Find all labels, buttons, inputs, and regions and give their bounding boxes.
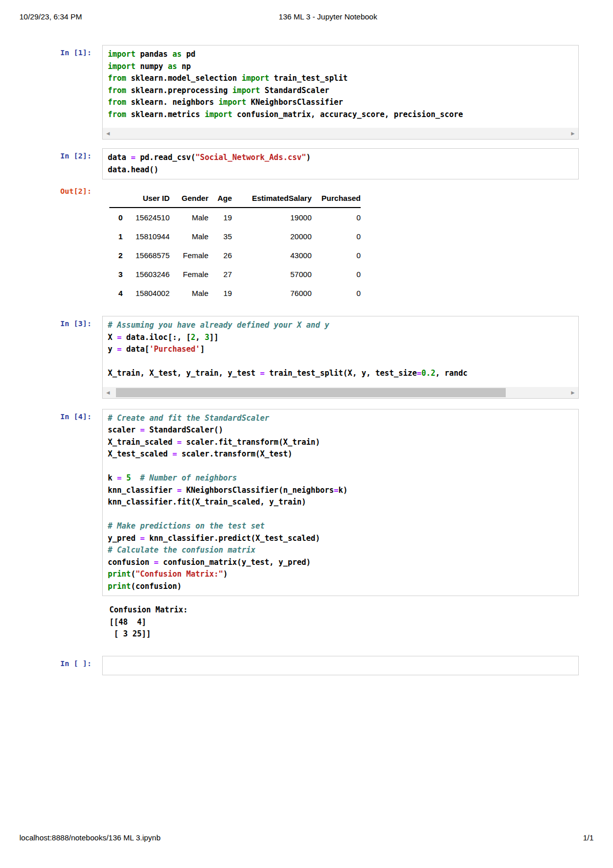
code-line: y = data['Purchased'] [108, 344, 573, 356]
code-line: # Calculate the confusion matrix [108, 544, 573, 557]
table-header-cell: Age [208, 191, 232, 208]
code-line: y_pred = knn_classifier.predict(X_test_s… [108, 533, 573, 545]
code-input-area[interactable]: # Create and fit the StandardScalerscale… [102, 409, 579, 597]
table-cell: 15624510 [123, 208, 170, 227]
scroll-left-arrow-icon[interactable]: ◀ [106, 387, 110, 398]
dataframe-table: User IDGenderAgeEstimatedSalaryPurchased… [109, 191, 361, 303]
table-header-cell: Gender [170, 191, 208, 208]
code-line: import pandas as pd [108, 49, 573, 61]
table-cell: 76000 [232, 284, 312, 303]
code-line: k = 5 # Number of neighbors [108, 472, 573, 485]
table-header-cell: EstimatedSalary [232, 191, 312, 208]
code-line: from sklearn.metrics import confusion_ma… [108, 109, 573, 121]
code-line: from sklearn.preprocessing import Standa… [108, 85, 573, 97]
scroll-right-arrow-icon[interactable]: ▶ [571, 128, 575, 139]
code-line: X = data.iloc[:, [2, 3]] [108, 332, 573, 344]
table-cell: 15804002 [123, 284, 170, 303]
cell-content: # Create and fit the StandardScalerscale… [102, 409, 579, 656]
code-line: # Make predictions on the test set [108, 520, 573, 533]
print-footer: localhost:8888/notebooks/136 ML 3.ipynb … [19, 833, 594, 842]
table-cell: 35 [208, 227, 232, 246]
input-prompt: In [1]: [60, 45, 102, 140]
cell-content: import pandas as pdimport numpy as npfro… [102, 45, 579, 140]
table-cell: 0 [312, 284, 361, 303]
scrollbar-thumb[interactable] [116, 388, 506, 397]
table-cell: Male [170, 208, 208, 227]
table-cell: 15810944 [123, 227, 170, 246]
table-cell: 26 [208, 246, 232, 265]
code-editor[interactable]: # Create and fit the StandardScalerscale… [103, 409, 578, 596]
table-cell: 19 [208, 208, 232, 227]
table-cell: 15603246 [123, 265, 170, 284]
output-prompt: Out[2]: [60, 184, 102, 303]
table-cell: 19 [208, 284, 232, 303]
code-cell: In [ ]: [60, 656, 579, 675]
table-cell: 15668575 [123, 246, 170, 265]
table-row: 215668575Female26430000 [109, 246, 361, 265]
table-cell: 0 [312, 246, 361, 265]
horizontal-scrollbar[interactable]: ◀▶ [103, 387, 578, 398]
table-row: 115810944Male35200000 [109, 227, 361, 246]
row-index-cell: 0 [109, 208, 123, 227]
scroll-right-arrow-icon[interactable]: ▶ [571, 387, 575, 398]
code-line [108, 461, 573, 473]
code-line [108, 509, 573, 521]
code-input-area[interactable]: import pandas as pdimport numpy as npfro… [102, 45, 579, 140]
cell-content: User IDGenderAgeEstimatedSalaryPurchased… [102, 184, 579, 303]
code-editor[interactable]: data = pd.read_csv("Social_Network_Ads.c… [103, 149, 578, 179]
table-header-row: User IDGenderAgeEstimatedSalaryPurchased [109, 191, 361, 208]
table-cell: 19000 [232, 208, 312, 227]
code-line: X_train, X_test, y_train, y_test = train… [108, 368, 573, 380]
footer-url: localhost:8888/notebooks/136 ML 3.ipynb [19, 833, 160, 842]
code-line [108, 356, 573, 368]
code-editor[interactable] [103, 656, 578, 675]
code-line: # Assuming you have already defined your… [108, 319, 573, 332]
code-line: import numpy as np [108, 61, 573, 73]
code-line: # Create and fit the StandardScaler [108, 413, 573, 425]
cell-content [102, 656, 579, 675]
output-cell: Out[2]:User IDGenderAgeEstimatedSalaryPu… [60, 184, 579, 303]
table-header-cell: User ID [123, 191, 170, 208]
code-input-area[interactable]: # Assuming you have already defined your… [102, 316, 579, 399]
code-line: knn_classifier = KNeighborsClassifier(n_… [108, 485, 573, 497]
table-cell: 27 [208, 265, 232, 284]
code-line: knn_classifier.fit(X_train_scaled, y_tra… [108, 496, 573, 509]
table-cell: 43000 [232, 246, 312, 265]
cell-content: data = pd.read_csv("Social_Network_Ads.c… [102, 148, 579, 179]
footer-page-number: 1/1 [583, 833, 594, 842]
table-cell: Female [170, 246, 208, 265]
row-index-cell: 4 [109, 284, 123, 303]
code-editor[interactable]: import pandas as pdimport numpy as npfro… [103, 45, 578, 124]
code-line: X_test_scaled = scaler.transform(X_test) [108, 448, 573, 461]
scroll-left-arrow-icon[interactable]: ◀ [106, 128, 110, 139]
horizontal-scrollbar[interactable]: ◀▶ [103, 128, 578, 139]
input-prompt: In [3]: [60, 316, 102, 399]
code-cell: In [1]:import pandas as pdimport numpy a… [60, 45, 579, 140]
table-cell: 20000 [232, 227, 312, 246]
code-line: from sklearn.model_selection import trai… [108, 73, 573, 85]
cell-output-text: Confusion Matrix: [[48 4] [ 3 25]] [109, 604, 579, 641]
code-input-area[interactable]: data = pd.read_csv("Social_Network_Ads.c… [102, 148, 579, 179]
code-input-area[interactable] [102, 656, 579, 675]
table-cell: Female [170, 265, 208, 284]
code-line: X_train_scaled = scaler.fit_transform(X_… [108, 437, 573, 449]
print-header: 10/29/23, 6:34 PM 136 ML 3 - Jupyter Not… [19, 12, 594, 22]
table-row: 415804002Male19760000 [109, 284, 361, 303]
input-prompt: In [2]: [60, 148, 102, 179]
code-editor[interactable]: # Assuming you have already defined your… [103, 316, 578, 383]
table-row: 315603246Female27570000 [109, 265, 361, 284]
row-index-cell: 2 [109, 246, 123, 265]
code-line: from sklearn. neighbors import KNeighbor… [108, 97, 573, 109]
code-cell: In [4]:# Create and fit the StandardScal… [60, 409, 579, 656]
code-line: scaler = StandardScaler() [108, 424, 573, 437]
code-line: print("Confusion Matrix:") [108, 568, 573, 581]
notebook: In [1]:import pandas as pdimport numpy a… [60, 45, 579, 684]
table-cell: 0 [312, 208, 361, 227]
cell-content: # Assuming you have already defined your… [102, 316, 579, 399]
row-index-cell: 1 [109, 227, 123, 246]
input-prompt: In [ ]: [60, 656, 102, 675]
table-cell: Male [170, 227, 208, 246]
code-line: data.head() [108, 164, 573, 176]
table-header-cell: Purchased [312, 191, 361, 208]
code-cell: In [2]:data = pd.read_csv("Social_Networ… [60, 148, 579, 179]
